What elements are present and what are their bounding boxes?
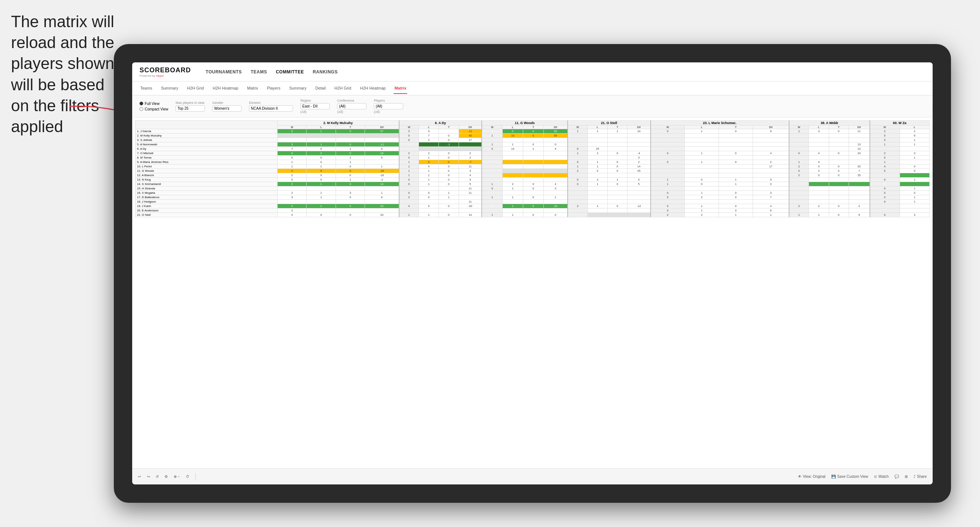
table-row: 9. A Maria Jimenez Rios 101 100-7 0102 0… [135, 160, 930, 164]
region-label: Region [300, 99, 330, 102]
full-view-option[interactable]: Full View [140, 102, 168, 106]
timer-button[interactable]: ⏱ [186, 475, 189, 479]
logo-title: SCOREBOARD [140, 67, 191, 74]
sh-t6: T [829, 125, 848, 129]
player-name: 3. S Jelinek [135, 138, 278, 142]
view-options: Full View Compact View [140, 102, 168, 111]
table-row: 18. J Hodgson 11 01 [135, 200, 930, 204]
region-select[interactable]: East - DII [300, 103, 330, 110]
player-name: 18. J Hodgson [135, 200, 278, 204]
conference-select[interactable]: (All) [337, 103, 366, 110]
players-filter: Players (All) (All) [374, 99, 403, 114]
grid-button[interactable]: ⊞ [905, 475, 908, 479]
players-select[interactable]: (All) [374, 103, 403, 110]
player-name: 11. G Woods [135, 169, 278, 173]
player-name: 13. N Klug [135, 178, 278, 182]
tab-summary2[interactable]: Summary [289, 83, 307, 94]
redo-button[interactable]: ↪ [147, 475, 150, 479]
player-name: 1. J Garcia [135, 129, 278, 133]
comment-button[interactable]: 💬 [894, 475, 899, 479]
tab-teams[interactable]: Teams [140, 83, 153, 94]
refresh-button[interactable]: ↺ [156, 475, 159, 479]
table-row: 11. G Woods 200-16 1104 20025 0207 00 [135, 169, 930, 173]
table-row: 17. D Ballesteros 3106 201 1101 0207 01 [135, 195, 930, 200]
player-name: 6. A Dy [135, 147, 278, 151]
table-row: 7. O Mitchell 30018 2202 120-4 0104 0402… [135, 151, 930, 156]
sh-d6: Dif [848, 125, 869, 129]
sh-d5: Dif [753, 125, 789, 129]
table-row: 20. E Andersson 2 0108 [135, 208, 930, 213]
col-6-name: 6. A Dy [399, 121, 482, 125]
nav-rankings[interactable]: RANKINGS [313, 68, 338, 76]
save-custom-button[interactable]: 💾 Save Custom View [831, 475, 868, 479]
col-header-player [135, 121, 278, 129]
nav-tournaments[interactable]: TOURNAMENTS [205, 68, 242, 76]
player-name: 8. M Torres [135, 156, 278, 160]
player-name: 17. D Ballesteros [135, 195, 278, 200]
share-icon: ⤴ [913, 475, 915, 479]
compact-view-option[interactable]: Compact View [140, 107, 168, 111]
nav-links: TOURNAMENTS TEAMS COMMITTEE RANKINGS [205, 68, 338, 76]
toolbar-sep [195, 473, 196, 480]
tab-h2h-grid2[interactable]: H2H Grid [334, 83, 352, 94]
zoom-button[interactable]: ⊕ − [174, 475, 180, 479]
tab-detail[interactable]: Detail [315, 83, 326, 94]
filter-button[interactable]: ⚙ [164, 475, 168, 479]
max-players-filter: Max players in view Top 25 [175, 101, 205, 111]
sh-w5: W [651, 125, 685, 129]
max-players-select[interactable]: Top 25 [175, 105, 205, 111]
nav-committee[interactable]: COMMITTEE [276, 68, 304, 76]
compact-view-radio[interactable] [140, 107, 143, 111]
watch-button[interactable]: ⊙ Watch [874, 475, 889, 479]
sh-d1: Dif [365, 125, 399, 129]
share-label: Share [917, 475, 927, 479]
player-name: 2. M Kelly Mulcahy [135, 133, 278, 138]
sh-w6: W [789, 125, 809, 129]
col-21-name: 21. O Stoll [568, 121, 651, 125]
view-original-button[interactable]: 👁 View: Original [798, 475, 826, 479]
sh-w4: W [568, 125, 587, 129]
sh-l1: L [307, 125, 336, 129]
player-name: 14. S Srichantamit [135, 182, 278, 186]
division-select[interactable]: NCAA Division II [249, 105, 293, 111]
nav-teams[interactable]: TEAMS [251, 68, 267, 76]
table-row: 8. M Torres 0010 0102 3 01 [135, 156, 930, 160]
sh-t2: T [439, 125, 458, 129]
region-sub: (All) [300, 110, 330, 114]
table-row: 21. O Stoll 40033 11014 1100 2211 1109 0… [135, 213, 930, 217]
sub-nav: Teams Summary H2H Grid H2H Heatmap Matri… [132, 81, 932, 95]
logo-subtitle: Powered by clippd [140, 74, 191, 78]
tablet-screen: SCOREBOARD Powered by clippd TOURNAMENTS… [132, 62, 932, 484]
tab-h2h-grid[interactable]: H2H Grid [186, 83, 205, 94]
player-name: 15. H Stranda [135, 186, 278, 191]
region-filter: Region East - DII (All) [300, 99, 330, 114]
share-button[interactable]: ⤴ Share [913, 475, 927, 479]
sh-l4: L [587, 125, 607, 129]
sh-w2: W [399, 125, 419, 129]
col-60-name: 60. W Za [870, 121, 930, 125]
tab-h2h-heatmap2[interactable]: H2H Heatmap [360, 83, 387, 94]
full-view-radio[interactable] [140, 102, 143, 105]
gender-select[interactable]: Women's [212, 105, 242, 111]
compact-view-label: Compact View [145, 107, 168, 111]
tab-matrix-active[interactable]: Matrix [394, 83, 407, 94]
tab-matrix[interactable]: Matrix [247, 83, 259, 94]
tablet-device: SCOREBOARD Powered by clippd TOURNAMENTS… [114, 44, 951, 503]
division-label: Division [249, 101, 293, 105]
tab-summary[interactable]: Summary [160, 83, 179, 94]
division-filter: Division NCAA Division II [249, 101, 293, 111]
tab-h2h-heatmap[interactable]: H2H Heatmap [212, 83, 239, 94]
tab-players[interactable]: Players [266, 83, 281, 94]
main-content[interactable]: 2. M Kelly Mulcahy 6. A Dy 11. G Woods 2… [132, 117, 932, 468]
col-23-name: 23. L Marie Schumac. [651, 121, 789, 125]
sh-t4: T [607, 125, 627, 129]
sh-d4: Dif [627, 125, 651, 129]
watch-icon: ⊙ [874, 475, 877, 479]
sh-l7: L [900, 125, 929, 129]
nav-bar: SCOREBOARD Powered by clippd TOURNAMENTS… [132, 62, 932, 81]
table-row: 19. J Kanh 31019 400-20 310-31 210-12 01… [135, 204, 930, 208]
sh-l3: L [502, 125, 523, 129]
gender-filter: Gender Women's [212, 101, 242, 111]
undo-button[interactable]: ↩ [138, 475, 141, 479]
player-name: 16. X Mcgaha [135, 191, 278, 195]
